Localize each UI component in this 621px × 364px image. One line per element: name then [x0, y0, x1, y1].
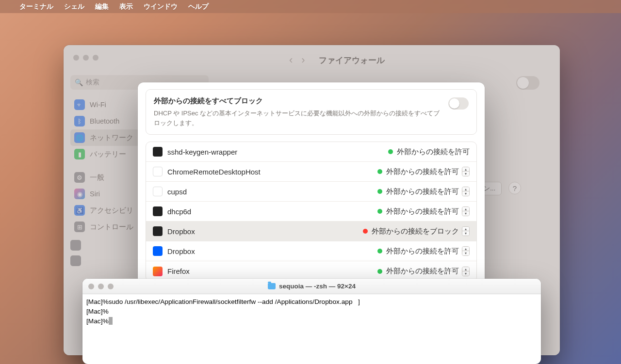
status-dot	[377, 249, 382, 253]
sidebar-label: ネットワーク	[90, 133, 133, 142]
app-icon	[153, 187, 163, 196]
firewall-app-row[interactable]: Dropbox外部からの接続をブロック▴▾	[146, 222, 476, 241]
app-name-label: Firefox	[167, 267, 377, 275]
firewall-app-row[interactable]: sshd-keygen-wrapper外部からの接続を許可	[146, 142, 476, 162]
firewall-toggle[interactable]	[516, 76, 539, 90]
settings-title: ファイアウォール	[319, 55, 385, 66]
status-stepper[interactable]: ▴▾	[462, 167, 470, 176]
wifi-icon: ᯤ	[74, 99, 85, 110]
menu-window[interactable]: ウインドウ	[144, 2, 178, 11]
menu-app-name[interactable]: ターミナル	[19, 2, 53, 11]
firewall-app-row[interactable]: dhcp6d外部からの接続を許可▴▾	[146, 202, 476, 222]
menu-bar: ターミナル シェル 編集 表示 ウインドウ ヘルプ	[0, 0, 621, 13]
firewall-app-row[interactable]: Dropbox外部からの接続を許可▴▾	[146, 241, 476, 261]
status-stepper[interactable]: ▴▾	[462, 187, 470, 196]
block-all-title: 外部からの接続をすべてブロック	[154, 96, 441, 106]
app-icon	[153, 147, 163, 157]
menu-help[interactable]: ヘルプ	[188, 2, 209, 11]
block-all-description: DHCP や IPSec などの基本インターネットサービスに必要な機能以外への外…	[154, 109, 441, 127]
sidebar-label: Bluetooth	[90, 117, 119, 125]
firewall-app-row[interactable]: Firefox外部からの接続を許可▴▾	[146, 261, 476, 281]
sidebar-item-extra[interactable]	[70, 240, 81, 251]
sidebar-label: Siri	[90, 190, 100, 198]
status-stepper[interactable]: ▴▾	[462, 246, 470, 256]
menu-view[interactable]: 表示	[119, 2, 133, 11]
app-icon	[153, 206, 163, 216]
firewall-app-row[interactable]: cupsd外部からの接続を許可▴▾	[146, 182, 476, 202]
firewall-app-row[interactable]: ChromeRemoteDesktopHost外部からの接続を許可▴▾	[146, 162, 476, 182]
app-name-label: Dropbox	[167, 247, 377, 255]
block-all-toggle[interactable]	[448, 97, 469, 110]
status-dot	[377, 269, 382, 274]
status-dot	[388, 149, 393, 154]
terminal-minimize-button[interactable]	[98, 284, 104, 289]
app-name-label: dhcp6d	[167, 207, 377, 216]
nav-back-button[interactable]: ‹	[289, 54, 293, 66]
network-icon: 🌐	[74, 132, 85, 143]
firewall-options-sheet: 外部からの接続をすべてブロック DHCP や IPSec などの基本インターネッ…	[138, 82, 485, 287]
search-icon: 🔍	[75, 79, 83, 86]
status-stepper[interactable]: ▴▾	[462, 206, 470, 216]
settings-close-button[interactable]	[73, 55, 79, 61]
search-placeholder: 検索	[86, 78, 99, 87]
app-icon	[153, 267, 163, 276]
terminal-window: sequoia — -zsh — 92×24 [Mac]%sudo /usr/l…	[82, 279, 541, 364]
folder-icon	[268, 283, 276, 289]
help-button[interactable]: ?	[508, 182, 521, 194]
status-text: 外部からの接続をブロック	[372, 227, 459, 236]
settings-traffic-lights	[73, 55, 98, 61]
app-name-label: Dropbox	[167, 227, 363, 236]
control-center-icon: ⊞	[74, 222, 85, 232]
nav-forward-button[interactable]: ›	[301, 54, 305, 66]
status-text: 外部からの接続を許可	[386, 247, 459, 256]
gear-icon: ⚙	[74, 172, 85, 183]
status-text: 外部からの接続を許可	[397, 147, 470, 157]
terminal-close-button[interactable]	[88, 284, 94, 289]
settings-minimize-button[interactable]	[83, 55, 89, 61]
status-dot	[363, 229, 368, 234]
terminal-title: sequoia — -zsh — 92×24	[279, 283, 356, 290]
app-name-label: cupsd	[167, 188, 377, 196]
app-name-label: ChromeRemoteDesktopHost	[167, 168, 377, 176]
settings-nav: ‹ › ファイアウォール	[289, 50, 385, 70]
status-dot	[377, 209, 382, 214]
sidebar-item-extra[interactable]	[70, 255, 81, 266]
sidebar-label: コントロール	[90, 222, 133, 232]
sidebar-label: バッテリー	[90, 150, 126, 159]
app-icon	[153, 246, 163, 256]
app-name-label: sshd-keygen-wrapper	[167, 148, 388, 156]
bluetooth-icon: ᛒ	[74, 116, 85, 127]
status-text: 外部からの接続を許可	[386, 267, 459, 276]
sidebar-label: 一般	[90, 173, 104, 182]
settings-zoom-button[interactable]	[93, 55, 98, 61]
sidebar-label: Wi-Fi	[90, 101, 106, 109]
status-stepper[interactable]: ▴▾	[462, 226, 470, 236]
app-icon	[153, 226, 163, 236]
block-all-card: 外部からの接続をすべてブロック DHCP や IPSec などの基本インターネッ…	[146, 89, 477, 135]
terminal-titlebar[interactable]: sequoia — -zsh — 92×24	[82, 279, 541, 294]
status-dot	[377, 169, 382, 174]
terminal-cursor	[109, 317, 113, 325]
app-icon	[153, 167, 163, 176]
battery-icon: ▮	[74, 149, 85, 159]
sidebar-label: アクセシビリ	[90, 206, 133, 215]
menu-edit[interactable]: 編集	[95, 2, 109, 11]
status-text: 外部からの接続を許可	[386, 207, 459, 216]
terminal-body[interactable]: [Mac]%sudo /usr/libexec/ApplicationFirew…	[82, 294, 541, 364]
accessibility-icon: ♿	[74, 205, 85, 216]
siri-icon: ◉	[74, 189, 85, 199]
status-text: 外部からの接続を許可	[386, 187, 459, 196]
status-dot	[377, 189, 382, 194]
status-stepper[interactable]: ▴▾	[462, 267, 470, 276]
status-text: 外部からの接続を許可	[386, 167, 459, 176]
firewall-app-list: sshd-keygen-wrapper外部からの接続を許可ChromeRemot…	[146, 142, 477, 282]
menu-shell[interactable]: シェル	[64, 2, 84, 11]
terminal-zoom-button[interactable]	[108, 284, 114, 289]
